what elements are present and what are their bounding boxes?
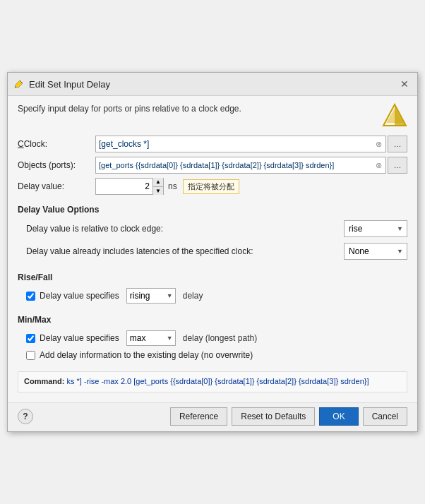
rise-fall-checkbox[interactable] [26, 292, 35, 301]
command-label: Command: [24, 377, 64, 385]
delay-value-input-wrap: ▲ ▼ [95, 178, 164, 195]
title-bar-left: Edit Set Input Delay [13, 78, 110, 90]
rise-fall-prefix: Delay value specifies [40, 291, 119, 301]
clock-edge-label: Delay value is relative to clock edge: [26, 224, 344, 234]
min-max-suffix: delay (longest path) [183, 333, 257, 343]
add-delay-label: Add delay information to the existing de… [40, 350, 253, 360]
delay-value-options-section: Delay Value Options Delay value is relat… [18, 202, 407, 265]
clock-input[interactable] [99, 136, 373, 152]
add-delay-checkbox[interactable] [26, 351, 35, 360]
command-area: Command: ks *] -rise -max 2.0 [get_ports… [18, 371, 407, 392]
min-max-prefix: Delay value specifies [40, 333, 119, 343]
rise-fall-suffix: delay [183, 291, 203, 301]
clock-row: CClock: ⊗ … [18, 136, 407, 152]
latency-label: Delay value already includes latencies o… [26, 246, 344, 256]
latency-dropdown-wrap: None Early Late [344, 243, 407, 260]
header-area: Specify input delay for ports or pins re… [18, 103, 407, 128]
dialog-title: Edit Set Input Delay [29, 79, 110, 90]
delay-value-spinner: ▲ ▼ [152, 178, 163, 195]
clock-edge-row: Delay value is relative to clock edge: r… [18, 220, 407, 237]
header-description: Specify input delay for ports or pins re… [18, 103, 241, 115]
delay-value-label: Delay value: [18, 181, 95, 191]
min-max-title: Min/Max [18, 315, 407, 325]
clock-edge-dropdown-wrap: rise fall [344, 220, 407, 237]
title-bar: Edit Set Input Delay ✕ [8, 73, 417, 96]
cancel-button[interactable]: Cancel [363, 407, 407, 426]
latency-dropdown[interactable]: None Early Late [344, 243, 407, 260]
delay-value-decrement[interactable]: ▼ [153, 187, 163, 196]
reset-button[interactable]: Reset to Defaults [232, 407, 315, 426]
rise-fall-row: Delay value specifies rising falling del… [18, 288, 407, 304]
objects-browse-button[interactable]: … [388, 157, 407, 174]
delay-unit-label: ns [168, 181, 177, 191]
footer-buttons: Reference Reset to Defaults OK Cancel [170, 407, 407, 426]
logo-icon [382, 103, 407, 128]
svg-marker-0 [15, 80, 23, 88]
dialog: Edit Set Input Delay ✕ Specify input del… [7, 72, 418, 431]
objects-label: Objects (ports): [18, 160, 95, 170]
clock-edge-dropdown[interactable]: rise fall [344, 220, 407, 237]
add-delay-row: Add delay information to the existing de… [18, 350, 407, 360]
rise-fall-dropdown-wrap: rising falling [126, 288, 176, 304]
rise-fall-title: Rise/Fall [18, 272, 407, 282]
command-value: ks *] -rise -max 2.0 [get_ports {{sdrdat… [67, 377, 369, 385]
edit-icon [13, 78, 25, 90]
clock-input-wrapper: ⊗ [95, 136, 386, 152]
delay-value-input[interactable] [96, 179, 152, 194]
objects-input-wrapper: ⊗ [95, 157, 386, 174]
objects-input[interactable] [99, 157, 373, 173]
clock-browse-button[interactable]: … [388, 136, 407, 152]
delay-value-options-title: Delay Value Options [18, 205, 407, 215]
rise-fall-section: Rise/Fall Delay value specifies rising f… [18, 272, 407, 308]
help-button[interactable]: ? [18, 409, 33, 424]
min-max-section: Min/Max Delay value specifies max min de… [18, 315, 407, 364]
footer: ? Reference Reset to Defaults OK Cancel [8, 402, 417, 431]
min-max-checkbox[interactable] [26, 334, 35, 343]
latency-row: Delay value already includes latencies o… [18, 243, 407, 260]
min-max-dropdown-wrap: max min [126, 330, 176, 346]
objects-clear-button[interactable]: ⊗ [373, 160, 384, 171]
clock-label: CClock: [18, 139, 95, 149]
min-max-dropdown[interactable]: max min [126, 330, 176, 346]
rise-fall-dropdown[interactable]: rising falling [126, 288, 176, 304]
tooltip-text: 指定将被分配 [183, 179, 239, 194]
dialog-body: Specify input delay for ports or pins re… [8, 96, 417, 402]
reference-button[interactable]: Reference [170, 407, 227, 426]
delay-value-row: Delay value: ▲ ▼ ns 指定将被分配 [18, 178, 407, 195]
close-button[interactable]: ✕ [397, 77, 412, 91]
delay-value-increment[interactable]: ▲ [153, 178, 163, 187]
objects-row: Objects (ports): ⊗ … [18, 157, 407, 174]
ok-button[interactable]: OK [319, 407, 358, 426]
min-max-row: Delay value specifies max min delay (lon… [18, 330, 407, 346]
clock-clear-button[interactable]: ⊗ [373, 138, 384, 150]
